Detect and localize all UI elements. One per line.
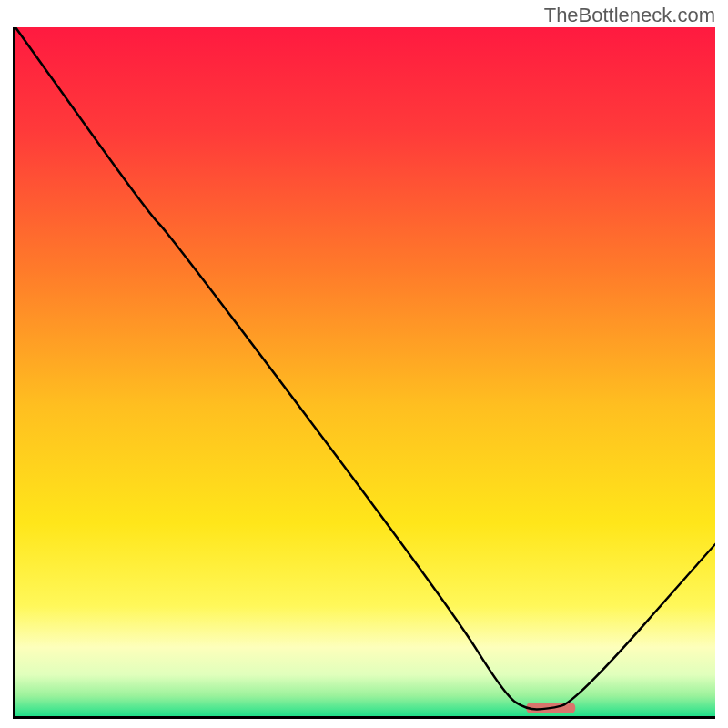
chart-svg bbox=[15, 27, 715, 716]
watermark-text: TheBottleneck.com bbox=[544, 4, 715, 27]
chart-area bbox=[13, 27, 715, 719]
gradient-background bbox=[15, 27, 715, 716]
